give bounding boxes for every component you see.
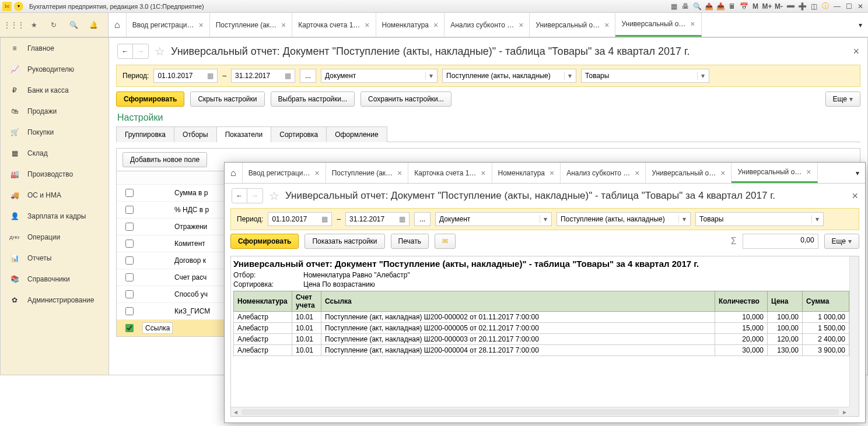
info-icon[interactable]: ⓘ (820, 1, 831, 12)
sidebar-item[interactable]: 🏭Производство (1, 164, 108, 185)
close-icon[interactable]: × (635, 168, 639, 178)
close-icon[interactable]: × (481, 168, 485, 178)
more-button[interactable]: Еще (825, 91, 860, 107)
close-icon[interactable]: × (690, 19, 695, 29)
maximize-button[interactable]: ☐ (844, 1, 854, 12)
field-checkbox[interactable] (125, 206, 134, 214)
type-select-2[interactable]: Поступление (акты, накладные)▾ (442, 69, 576, 83)
sidebar-item[interactable]: 📊Отчеты (1, 248, 108, 269)
sidebar-item[interactable]: ≡Главное (1, 38, 108, 59)
type-select-3[interactable]: Товары▾ (695, 212, 824, 226)
horizontal-scrollbar[interactable]: ◂▸ (231, 407, 849, 416)
app-menu-dropdown[interactable]: ▾ (14, 2, 23, 11)
calendar-icon[interactable]: ▦ (399, 215, 405, 223)
sidebar-item[interactable]: 🚚ОС и НМА (1, 185, 108, 206)
home-tab[interactable]: ⌂ (225, 163, 243, 183)
field-checkbox[interactable] (125, 273, 134, 281)
show-settings-button[interactable]: Показать настройки (304, 234, 384, 249)
table-row[interactable]: Алебастр10.01Поступление (акт, накладная… (234, 323, 849, 334)
search-icon[interactable]: 🔍 (69, 20, 78, 30)
choose-settings-button[interactable]: Выбрать настройки... (271, 91, 355, 107)
panel-icon[interactable]: ◫ (808, 1, 819, 12)
tab-item[interactable]: Карточка счета 1…× (292, 13, 376, 37)
type-select-1[interactable]: Документ▾ (321, 69, 438, 83)
close-icon[interactable]: × (550, 168, 554, 178)
vertical-scrollbar[interactable] (849, 256, 859, 407)
history-icon[interactable]: ↻ (49, 20, 58, 30)
tab-item[interactable]: Поступление (ак…× (210, 13, 293, 37)
form-button[interactable]: Сформировать (116, 91, 184, 107)
field-checkbox[interactable] (125, 307, 134, 315)
tab-item[interactable]: Поступление (ак…× (326, 163, 409, 183)
settings-tab[interactable]: Сортировка (271, 126, 327, 142)
close-icon[interactable]: × (853, 45, 859, 58)
sidebar-item[interactable]: 🛍Продажи (1, 101, 108, 122)
favorite-icon[interactable]: ☆ (269, 189, 279, 203)
more-button[interactable]: Еще (824, 234, 859, 249)
tab-menu[interactable]: ▾ (853, 13, 868, 37)
add-field-button[interactable]: Добавить новое поле (123, 152, 207, 167)
tool-icon[interactable]: 📥 (715, 1, 726, 12)
sidebar-item[interactable]: 📚Справочники (1, 269, 108, 290)
field-checkbox[interactable] (125, 290, 134, 298)
calendar-icon[interactable]: ▦ (321, 215, 328, 223)
forward-button[interactable]: → (133, 44, 148, 58)
back-button[interactable]: ← (118, 44, 133, 58)
sidebar-item[interactable]: 🛒Покупки (1, 122, 108, 143)
sidebar-item[interactable]: ✿Администрирование (1, 290, 108, 311)
type-select-2[interactable]: Поступление (акты, накладные)▾ (556, 212, 691, 226)
settings-tab[interactable]: Группировка (116, 126, 174, 142)
print-button[interactable]: Печать (391, 234, 429, 249)
print-icon[interactable]: 🖶 (680, 1, 691, 12)
date-to-input[interactable]: 31.12.2017▦ (345, 212, 410, 226)
tab-menu[interactable]: ▾ (850, 163, 865, 183)
tab-item[interactable]: Номенклатура× (492, 163, 561, 183)
close-icon[interactable]: × (281, 20, 286, 30)
sidebar-item[interactable]: 👤Зарплата и кадры (1, 206, 108, 227)
type-select-1[interactable]: Документ▾ (435, 212, 552, 226)
forward-button[interactable]: → (247, 189, 262, 203)
preview-icon[interactable]: 🔍 (692, 1, 702, 12)
close-icon[interactable]: × (806, 167, 811, 177)
tab-item[interactable]: Анализ субконто …× (444, 13, 530, 37)
table-row[interactable]: Алебастр10.01Поступление (акт, накладная… (234, 334, 849, 345)
close-icon[interactable]: × (199, 20, 204, 30)
minimize-button[interactable]: — (832, 1, 842, 12)
hide-settings-button[interactable]: Скрыть настройки (190, 91, 264, 107)
tab-item[interactable]: Ввод регистраци…× (127, 13, 210, 37)
field-checkbox[interactable] (125, 189, 134, 197)
date-to-input[interactable]: 31.12.2017▦ (231, 69, 295, 83)
date-from-input[interactable]: 01.10.2017▦ (268, 212, 332, 226)
calc-icon[interactable]: 🖩 (727, 1, 737, 12)
period-picker-button[interactable]: ... (300, 69, 316, 83)
save-settings-button[interactable]: Сохранить настройки... (360, 91, 452, 107)
date-from-input[interactable]: 01.10.2017▦ (153, 69, 218, 83)
form-button[interactable]: Сформировать (230, 234, 299, 249)
field-checkbox[interactable] (125, 240, 134, 248)
close-icon[interactable]: × (315, 168, 320, 178)
field-checkbox[interactable] (125, 256, 134, 265)
period-picker-button[interactable]: ... (414, 212, 430, 226)
favorite-icon[interactable]: ☆ (155, 44, 165, 58)
close-icon[interactable]: × (852, 190, 858, 202)
tab-item[interactable]: Анализ субконто …× (561, 163, 646, 183)
tab-item[interactable]: Универсальный о…× (646, 163, 732, 183)
close-icon[interactable]: × (604, 20, 609, 30)
settings-tab[interactable]: Показатели (216, 126, 272, 142)
sum-icon[interactable]: Σ (731, 236, 737, 247)
tab-item[interactable]: Универсальный о…× (615, 13, 701, 37)
star-icon[interactable]: ★ (29, 20, 38, 30)
calendar-icon[interactable]: 📅 (738, 1, 749, 12)
field-checkbox[interactable] (125, 324, 134, 332)
bell-icon[interactable]: 🔔 (89, 20, 98, 30)
tool-icon[interactable]: 📤 (704, 1, 714, 12)
tab-item[interactable]: Номенклатура× (376, 13, 445, 37)
home-tab[interactable]: ⌂ (108, 13, 127, 37)
table-row[interactable]: Алебастр10.01Поступление (акт, накладная… (234, 312, 849, 323)
toolbar-icon[interactable]: ▦ (668, 1, 679, 12)
apps-icon[interactable]: ⋮⋮⋮ (9, 20, 19, 30)
m-plus-button[interactable]: M+ (762, 1, 772, 12)
close-icon[interactable]: × (365, 20, 369, 30)
settings-tab[interactable]: Оформление (326, 126, 387, 142)
sidebar-item[interactable]: ДтКтОперации (1, 227, 108, 248)
